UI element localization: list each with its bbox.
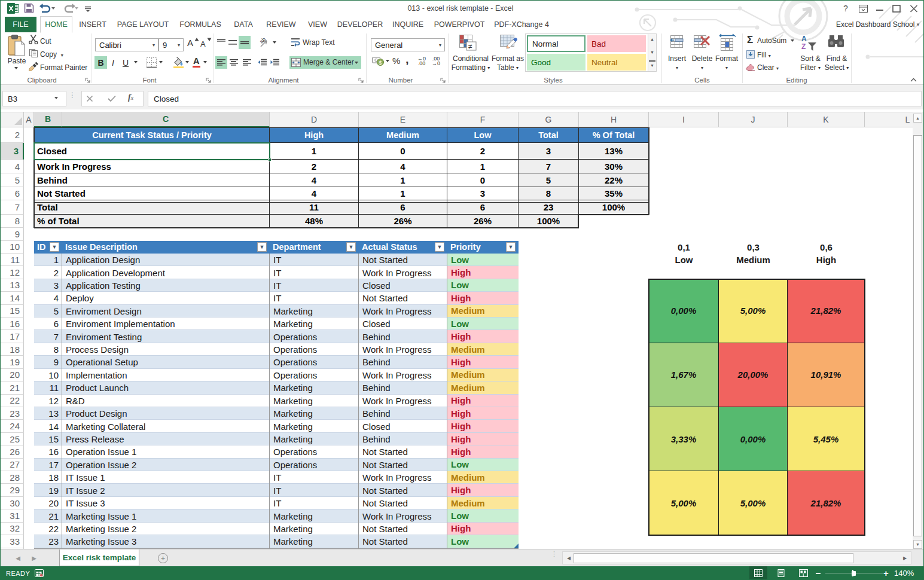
- svg-text:A: A: [801, 35, 807, 43]
- svg-text:Z: Z: [801, 42, 806, 51]
- svg-text:$: $: [379, 60, 382, 66]
- svg-text:≠: ≠: [468, 42, 472, 51]
